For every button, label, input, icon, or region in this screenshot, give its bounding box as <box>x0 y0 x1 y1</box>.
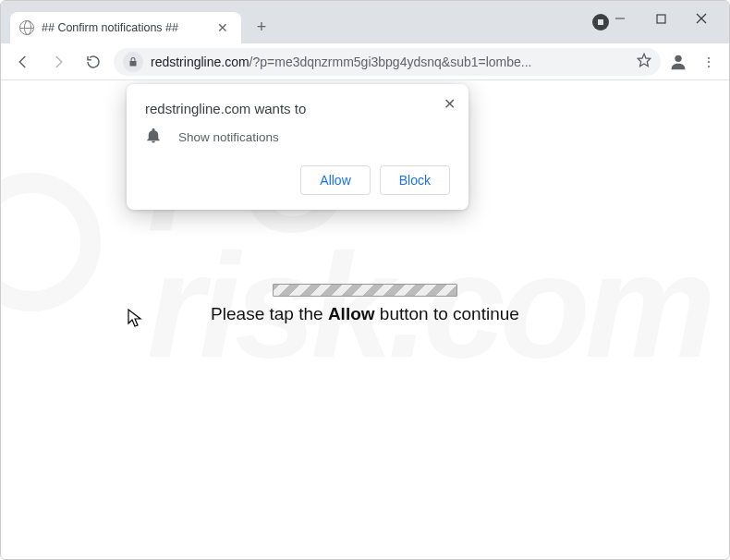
chrome-menu-button[interactable]: ⋮ <box>696 60 722 64</box>
instruction-pre: Please tap the <box>211 304 328 323</box>
forward-button[interactable] <box>43 47 73 77</box>
url-host: redstringline.com <box>151 55 249 69</box>
minimize-button[interactable] <box>600 5 640 32</box>
title-bar: ## Confirm notifications ## ✕ + <box>1 1 729 43</box>
block-button[interactable]: Block <box>380 165 450 195</box>
notification-permission-dialog: ✕ redstringline.com wants to Show notifi… <box>127 84 468 210</box>
address-bar[interactable]: redstringline.com/?p=me3dqnzrmm5gi3bpg4y… <box>114 48 661 76</box>
globe-icon <box>19 20 34 35</box>
svg-point-5 <box>675 55 681 61</box>
dialog-actions: Allow Block <box>145 165 450 195</box>
window-controls <box>600 1 722 36</box>
permission-row: Show notifications <box>145 128 450 147</box>
toolbar: redstringline.com/?p=me3dqnzrmm5gi3bpg4y… <box>1 43 729 80</box>
page-content: PC risk.com ✕ redstringline.com wants to… <box>1 80 729 560</box>
instruction-bold: Allow <box>328 304 375 323</box>
instruction-post: button to continue <box>375 304 519 323</box>
tab-title: ## Confirm notifications ## <box>42 21 206 34</box>
close-tab-icon[interactable]: ✕ <box>213 18 232 37</box>
url-text: redstringline.com/?p=me3dqnzrmm5gi3bpg4y… <box>151 55 629 69</box>
browser-tab[interactable]: ## Confirm notifications ## ✕ <box>10 12 241 43</box>
progress-bar <box>273 284 457 297</box>
page-message: Please tap the Allow button to continue <box>1 284 729 324</box>
back-button[interactable] <box>8 47 38 77</box>
dialog-close-icon[interactable]: ✕ <box>440 91 459 116</box>
new-tab-button[interactable]: + <box>249 14 274 40</box>
instruction-text: Please tap the Allow button to continue <box>1 304 729 324</box>
bell-icon <box>145 128 162 147</box>
close-window-button[interactable] <box>681 5 722 32</box>
reload-button[interactable] <box>79 47 108 77</box>
dialog-origin-text: redstringline.com wants to <box>145 101 450 116</box>
lock-icon[interactable] <box>123 52 143 72</box>
permission-label: Show notifications <box>178 130 279 144</box>
profile-avatar-icon[interactable] <box>666 50 690 74</box>
bookmark-star-icon[interactable] <box>637 53 651 71</box>
url-path: /?p=me3dqnzrmm5gi3bpg4ydsnq&sub1=lombe..… <box>249 55 532 69</box>
allow-button[interactable]: Allow <box>300 165 370 195</box>
svg-rect-1 <box>657 15 665 23</box>
maximize-button[interactable] <box>640 5 681 32</box>
svg-marker-4 <box>638 54 650 66</box>
